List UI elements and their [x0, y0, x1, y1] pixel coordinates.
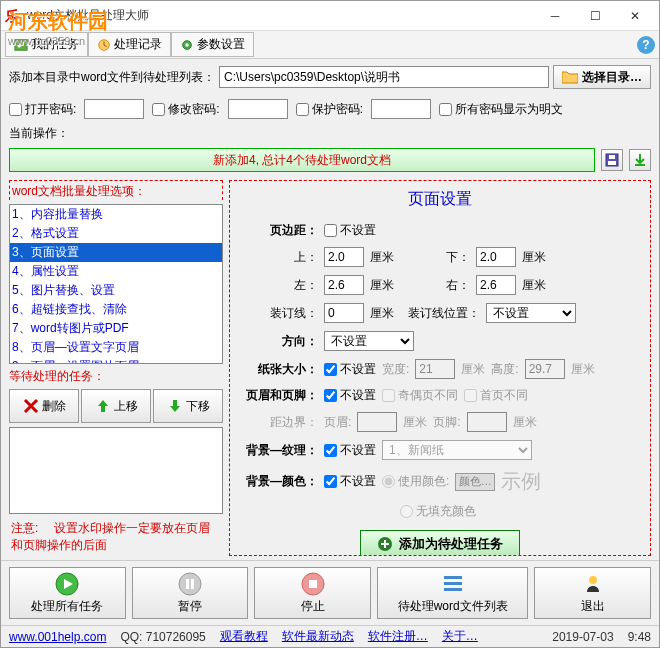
minimize-button[interactable]: ─ — [535, 2, 575, 30]
tab-my-tasks[interactable]: 我的任务 — [5, 32, 88, 57]
list-item[interactable]: 5、图片替换、设置 — [10, 281, 222, 300]
top-input[interactable] — [324, 247, 364, 267]
gear-icon — [180, 38, 194, 52]
gutter-label: 装订线： — [238, 305, 318, 322]
hf-noset-check[interactable]: 不设置 — [324, 387, 376, 404]
bounds-label: 距边界： — [238, 414, 318, 431]
paper-noset-check[interactable]: 不设置 — [324, 361, 376, 378]
svg-rect-15 — [444, 576, 462, 579]
paper-label: 纸张大小： — [238, 361, 318, 378]
close-button[interactable]: ✕ — [615, 2, 655, 30]
right-input[interactable] — [476, 275, 516, 295]
list-item[interactable]: 7、word转图片或PDF — [10, 319, 222, 338]
add-task-button[interactable]: 添加为待处理任务 — [360, 530, 520, 556]
news-link[interactable]: 软件最新动态 — [282, 628, 354, 645]
options-list[interactable]: 1、内容批量替换2、格式设置3、页面设置4、属性设置5、图片替换、设置6、超链接… — [9, 204, 223, 364]
tasks-icon — [14, 38, 28, 52]
texture-noset-check[interactable]: 不设置 — [324, 442, 376, 459]
list-item[interactable]: 3、页面设置 — [10, 243, 222, 262]
site-link[interactable]: www.001help.com — [9, 630, 106, 644]
open-password-input[interactable] — [84, 99, 144, 119]
gutter-input[interactable] — [324, 303, 364, 323]
svg-rect-17 — [444, 588, 462, 591]
color-button: 颜色… — [455, 473, 495, 491]
help-button[interactable]: ? — [637, 36, 655, 54]
margin-noset-check[interactable]: 不设置 — [324, 222, 376, 239]
time-text: 9:48 — [628, 630, 651, 644]
browse-button[interactable]: 选择目录… — [553, 65, 651, 89]
delete-button[interactable]: 删除 — [9, 389, 79, 423]
download-button[interactable] — [629, 149, 651, 171]
list-item[interactable]: 4、属性设置 — [10, 262, 222, 281]
hf-label: 页眉和页脚： — [238, 387, 318, 404]
modify-password-check[interactable]: 修改密码: — [152, 101, 219, 118]
play-icon — [55, 572, 79, 596]
bg-texture-label: 背景—纹理： — [238, 442, 318, 459]
register-link[interactable]: 软件注册… — [368, 628, 428, 645]
arrow-down-icon — [166, 397, 184, 415]
path-label: 添加本目录中word文件到待处理列表： — [9, 69, 215, 86]
first-diff-check: 首页不同 — [464, 387, 528, 404]
bottom-input[interactable] — [476, 247, 516, 267]
window-title: word文档批量处理大师 — [27, 7, 535, 24]
svg-point-3 — [185, 43, 189, 47]
tab-history[interactable]: 处理记录 — [88, 32, 171, 57]
svg-point-18 — [589, 576, 597, 584]
list-item[interactable]: 6、超链接查找、清除 — [10, 300, 222, 319]
history-icon — [97, 38, 111, 52]
tutorial-link[interactable]: 观看教程 — [220, 628, 268, 645]
protect-password-input[interactable] — [371, 99, 431, 119]
maximize-button[interactable]: ☐ — [575, 2, 615, 30]
svg-rect-7 — [635, 164, 645, 166]
use-color-radio: 使用颜色: — [382, 473, 449, 490]
current-op-label: 当前操作： — [1, 123, 659, 144]
height-input — [525, 359, 565, 379]
list-item[interactable]: 8、页眉—设置文字页眉 — [10, 338, 222, 357]
color-noset-check[interactable]: 不设置 — [324, 473, 376, 490]
left-label: 左： — [238, 277, 318, 294]
right-label: 右： — [446, 277, 470, 294]
pause-button[interactable]: 暂停 — [132, 567, 249, 619]
show-passwords-check[interactable]: 所有密码显示为明文 — [439, 101, 563, 118]
stop-icon — [301, 572, 325, 596]
move-up-button[interactable]: 上移 — [81, 389, 151, 423]
left-input[interactable] — [324, 275, 364, 295]
footer-dist-input — [467, 412, 507, 432]
note-text: 注意: 设置水印操作一定要放在页眉和页脚操作的后面 — [9, 518, 223, 556]
save-button[interactable] — [601, 149, 623, 171]
gutter-pos-select[interactable]: 不设置 — [486, 303, 576, 323]
queue-list[interactable] — [9, 427, 223, 514]
list-item[interactable]: 9、页眉—设置图片页眉 — [10, 357, 222, 364]
bg-color-label: 背景—颜色： — [238, 473, 318, 490]
header-dist-input — [357, 412, 397, 432]
modify-password-input[interactable] — [228, 99, 288, 119]
path-input[interactable] — [219, 66, 549, 88]
open-password-check[interactable]: 打开密码: — [9, 101, 76, 118]
stop-button[interactable]: 停止 — [254, 567, 371, 619]
list-item[interactable]: 2、格式设置 — [10, 224, 222, 243]
svg-rect-16 — [444, 582, 462, 585]
footer-dist-label: 页脚: — [433, 414, 460, 431]
process-all-button[interactable]: 处理所有任务 — [9, 567, 126, 619]
svg-rect-11 — [186, 579, 189, 589]
move-down-button[interactable]: 下移 — [153, 389, 223, 423]
height-label: 高度: — [491, 361, 518, 378]
direction-label: 方向： — [238, 333, 318, 350]
no-fill-radio: 无填充颜色 — [400, 503, 476, 520]
queue-header: 等待处理的任务： — [9, 368, 223, 385]
protect-password-check[interactable]: 保护密码: — [296, 101, 363, 118]
plus-icon — [377, 536, 393, 552]
pending-list-button[interactable]: 待处理word文件列表 — [377, 567, 528, 619]
width-input — [415, 359, 455, 379]
exit-button[interactable]: 退出 — [534, 567, 651, 619]
top-label: 上： — [238, 249, 318, 266]
svg-rect-14 — [309, 580, 317, 588]
tab-params[interactable]: 参数设置 — [171, 32, 254, 57]
bottom-label: 下： — [446, 249, 470, 266]
download-icon — [633, 153, 647, 167]
direction-select[interactable]: 不设置 — [324, 331, 414, 351]
odd-even-check: 奇偶页不同 — [382, 387, 458, 404]
list-item[interactable]: 1、内容批量替换 — [10, 205, 222, 224]
about-link[interactable]: 关于… — [442, 628, 478, 645]
list-icon — [441, 572, 465, 596]
